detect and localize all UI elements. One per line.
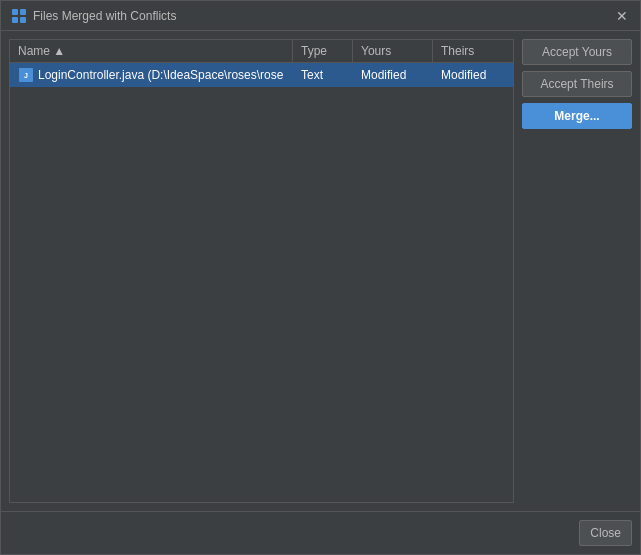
dialog-title: Files Merged with Conflicts [33, 9, 176, 23]
action-buttons-panel: Accept Yours Accept Theirs Merge... [522, 39, 632, 503]
accept-theirs-button[interactable]: Accept Theirs [522, 71, 632, 97]
column-header-yours[interactable]: Yours [353, 40, 433, 62]
table-body: J LoginController.java (D:\IdeaSpace\ros… [10, 63, 513, 502]
cell-name: J LoginController.java (D:\IdeaSpace\ros… [10, 63, 293, 87]
files-table: Name ▲ Type Yours Theirs J LoginControll… [9, 39, 514, 503]
accept-yours-button[interactable]: Accept Yours [522, 39, 632, 65]
svg-rect-1 [20, 9, 26, 15]
title-icon [11, 8, 27, 24]
column-header-type[interactable]: Type [293, 40, 353, 62]
file-icon: J [18, 67, 34, 83]
column-header-theirs[interactable]: Theirs [433, 40, 513, 62]
svg-rect-0 [12, 9, 18, 15]
file-name: LoginController.java (D:\IdeaSpace\roses… [38, 68, 283, 82]
svg-rect-3 [20, 17, 26, 23]
title-bar: Files Merged with Conflicts ✕ [1, 1, 640, 31]
cell-theirs: Modified [433, 63, 513, 87]
content-area: Name ▲ Type Yours Theirs J LoginControll… [1, 31, 640, 511]
dialog: Files Merged with Conflicts ✕ Name ▲ Typ… [0, 0, 641, 555]
window-close-button[interactable]: ✕ [614, 8, 630, 24]
table-header: Name ▲ Type Yours Theirs [10, 40, 513, 63]
cell-type: Text [293, 63, 353, 87]
table-row[interactable]: J LoginController.java (D:\IdeaSpace\ros… [10, 63, 513, 87]
close-button[interactable]: Close [579, 520, 632, 546]
cell-yours: Modified [353, 63, 433, 87]
footer: Close [1, 511, 640, 554]
column-header-name[interactable]: Name ▲ [10, 40, 293, 62]
title-bar-left: Files Merged with Conflicts [11, 8, 176, 24]
svg-rect-2 [12, 17, 18, 23]
merge-button[interactable]: Merge... [522, 103, 632, 129]
